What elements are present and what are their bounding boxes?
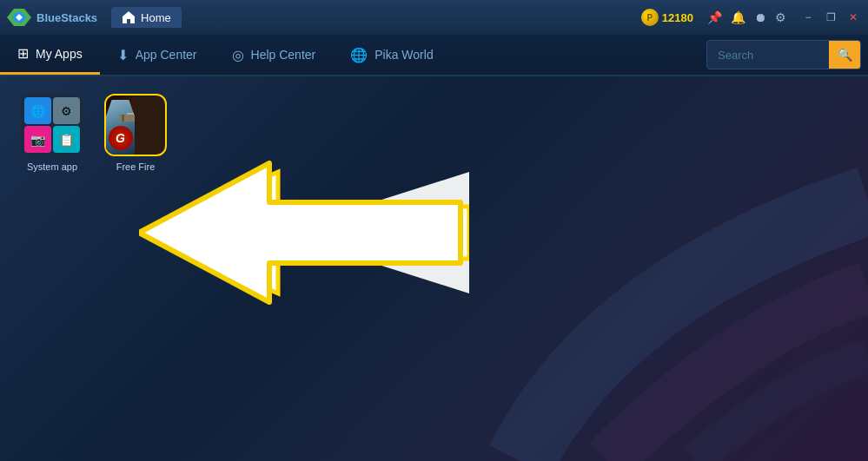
system-icon-2: ⚙ [53,97,80,124]
system-icon-3: 📷 [24,126,51,153]
download-icon: ⬇ [117,47,129,63]
coins-display: P 12180 [641,9,693,26]
grid-icon: ⊞ [17,45,29,62]
svg-rect-3 [122,115,124,122]
globe-icon: 🌐 [350,47,368,63]
window-controls: − ❐ ✕ [800,10,861,25]
arrow-overlay [139,146,469,323]
title-bar: BlueStacks Home P 12180 📌 🔔 ⏺ ⚙ − ❐ ✕ [0,0,868,35]
bluestacks-logo-icon [7,9,31,26]
nav-bar: ⊞ My Apps ⬇ App Center ◎ Help Center 🌐 P… [0,35,868,76]
garena-badge: G [109,126,133,150]
search-bar: 🔍 [706,40,861,69]
record-icon[interactable]: ⏺ [754,10,766,24]
svg-marker-6 [139,172,469,293]
free-fire-icon: G [106,95,135,155]
svg-rect-4 [127,113,134,115]
maximize-button[interactable]: ❐ [823,10,838,25]
main-content: 🌐 ⚙ 📷 📋 System app G [0,76,868,461]
arrow-svg [139,146,469,319]
home-icon [122,10,136,24]
helpcenter-label: Help Center [251,48,316,62]
system-app-label: System app [27,161,77,172]
help-icon: ◎ [232,47,244,63]
system-icon-1: 🌐 [24,97,51,124]
nav-pikaworld[interactable]: 🌐 Pika World [333,35,450,75]
bell-icon[interactable]: 🔔 [731,10,745,24]
search-button[interactable]: 🔍 [829,41,860,69]
home-tab-label: Home [141,11,171,24]
gear-icon[interactable]: ⚙ [775,10,786,24]
search-input[interactable] [707,49,829,62]
minimize-button[interactable]: − [800,10,816,25]
bluestacks-brand-text: BlueStacks [36,11,97,24]
system-icon-4: 📋 [53,126,80,153]
free-fire-app-item[interactable]: G Free Fire [101,94,170,172]
bluestacks-logo-area: BlueStacks [7,9,97,26]
nav-myapps[interactable]: ⊞ My Apps [0,35,100,75]
coin-icon: P [641,9,659,26]
garena-icon: G [116,131,125,145]
gun-svg [115,102,135,128]
nav-helpcenter[interactable]: ◎ Help Center [215,35,334,75]
system-app-icon: 🌐 ⚙ 📷 📋 [21,94,83,156]
free-fire-label: Free Fire [116,161,156,172]
system-app-item[interactable]: 🌐 ⚙ 📷 📋 System app [17,94,87,172]
apps-grid: 🌐 ⚙ 📷 📋 System app G [17,94,851,172]
home-tab[interactable]: Home [111,7,182,28]
pin-icon[interactable]: 📌 [707,10,722,24]
myapps-label: My Apps [36,47,83,61]
coins-value: 12180 [662,11,693,24]
close-button[interactable]: ✕ [845,10,861,25]
nav-appcenter[interactable]: ⬇ App Center [100,35,215,75]
svg-marker-7 [139,163,461,302]
svg-marker-5 [278,172,469,293]
free-fire-icon-container: G [104,94,167,156]
pikaworld-label: Pika World [374,48,433,62]
title-bar-actions: 📌 🔔 ⏺ ⚙ [707,10,786,24]
appcenter-label: App Center [136,48,197,62]
